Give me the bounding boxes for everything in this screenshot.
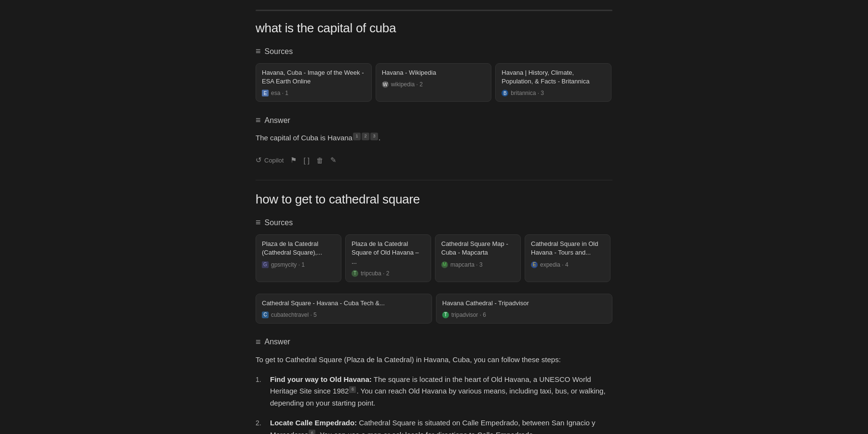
page-container: what is the capital of cuba ≡ Sources Ha… <box>246 0 622 434</box>
sources-2-grid-row1: Plaza de la Catedral (Cathedral Square),… <box>256 234 612 282</box>
list-num-2: 2. <box>256 417 264 434</box>
top-border <box>256 10 612 11</box>
query-1-answer-section: ≡ Answer The capital of Cuba is Havana12… <box>256 115 612 166</box>
answer-1-text-period: . <box>379 134 380 142</box>
source-card-1-1[interactable]: Havana, Cuba - Image of the Week - ESA E… <box>256 63 372 102</box>
source-1-1-site: esa · 1 <box>271 90 288 96</box>
answer-2-list: 1. Find your way to Old Havana: The squa… <box>256 374 612 434</box>
bookmark-button[interactable]: ⚑ <box>290 154 297 166</box>
bracket-button[interactable]: [ ] <box>303 154 310 166</box>
step-2-text2: . You can use a map or ask locals for di… <box>316 431 535 434</box>
source-card-1-2-meta: W wikipedia · 2 <box>382 81 486 88</box>
delete-icon: 🗑 <box>316 156 324 164</box>
source-2-6-site: tripadvisor · 6 <box>451 312 486 318</box>
source-card-2-1-title: Plaza de la Catedral (Cathedral Square),… <box>262 240 335 257</box>
source-card-2-2-meta: T tripcuba · 2 <box>352 270 425 277</box>
sources-1-header: ≡ Sources <box>256 46 612 56</box>
source-card-2-4-title: Cathedral Square in Old Havana - Tours a… <box>531 240 604 257</box>
answer-1-icon: ≡ <box>256 115 261 125</box>
answer-1-text-before: The capital of Cuba is Havana <box>256 134 353 142</box>
source-card-2-1-meta: G gpsmycity · 1 <box>262 261 335 268</box>
favicon-britannica: B <box>502 90 508 96</box>
sources-2-label: Sources <box>265 218 293 227</box>
source-card-1-3-title: Havana | History, Climate, Population, &… <box>502 68 605 86</box>
answer-1-label: Answer <box>265 116 290 125</box>
edit-icon: ✎ <box>330 156 337 164</box>
answer-list-item-1: 1. Find your way to Old Havana: The squa… <box>256 374 612 409</box>
edit-button[interactable]: ✎ <box>330 154 337 166</box>
source-card-1-1-title: Havana, Cuba - Image of the Week - ESA E… <box>262 68 366 86</box>
copilot-label: Copilot <box>264 157 284 164</box>
answer-1-text: The capital of Cuba is Havana123. <box>256 132 612 144</box>
query-2-sources-section: ≡ Sources Plaza de la Catedral (Cathedra… <box>256 217 612 324</box>
delete-button[interactable]: 🗑 <box>316 154 324 166</box>
source-card-1-2-title: Havana - Wikipedia <box>382 68 486 77</box>
favicon-tripcuba: T <box>352 270 358 277</box>
favicon-expedia: E <box>531 261 538 268</box>
sources-2-icon: ≡ <box>256 217 261 228</box>
query-1-title: what is the capital of cuba <box>256 21 612 36</box>
query-1-sources-section: ≡ Sources Havana, Cuba - Image of the We… <box>256 46 612 102</box>
source-card-2-5[interactable]: Cathedral Square - Havana - Cuba Tech &.… <box>256 294 432 324</box>
cite-1[interactable]: 1 <box>353 133 361 140</box>
source-card-1-2[interactable]: Havana - Wikipedia W wikipedia · 2 <box>376 63 492 102</box>
list-content-1: Find your way to Old Havana: The square … <box>270 374 612 409</box>
source-card-2-2-title: Plaza de la Catedral Square of Old Havan… <box>352 240 425 266</box>
favicon-cubatechtravel: C <box>262 312 269 318</box>
source-card-2-5-title: Cathedral Square - Havana - Cuba Tech &.… <box>262 299 426 308</box>
answer-list-item-2: 2. Locate Calle Empedrado: Cathedral Squ… <box>256 417 612 434</box>
source-card-1-3-meta: B britannica · 3 <box>502 90 605 96</box>
source-card-2-1[interactable]: Plaza de la Catedral (Cathedral Square),… <box>256 234 341 282</box>
source-2-3-site: mapcarta · 3 <box>450 261 483 268</box>
list-content-2: Locate Calle Empedrado: Cathedral Square… <box>270 417 612 434</box>
query-2-block: how to get to cathedral square ≡ Sources… <box>256 192 612 434</box>
source-card-2-5-meta: C cubatechtravel · 5 <box>262 312 426 318</box>
source-card-2-4[interactable]: Cathedral Square in Old Havana - Tours a… <box>525 234 610 282</box>
cite-3[interactable]: 3 <box>370 133 378 140</box>
source-card-2-6-meta: T tripadvisor · 6 <box>442 312 606 318</box>
action-bar-1: ↺ Copilot ⚑ [ ] 🗑 ✎ <box>256 152 612 166</box>
source-card-2-4-meta: E expedia · 4 <box>531 261 604 268</box>
answer-2-intro: To get to Cathedral Square (Plaza de la … <box>256 354 612 366</box>
answer-2-header: ≡ Answer <box>256 337 612 347</box>
source-card-1-3[interactable]: Havana | History, Climate, Population, &… <box>495 63 611 102</box>
answer-2-label: Answer <box>265 338 290 346</box>
bracket-icon: [ ] <box>303 156 310 164</box>
source-1-3-site: britannica · 3 <box>511 90 544 96</box>
source-card-2-3[interactable]: Cathedral Square Map - Cuba - Mapcarta M… <box>435 234 521 282</box>
copilot-button[interactable]: ↺ Copilot <box>256 154 284 166</box>
query-2-answer-section: ≡ Answer To get to Cathedral Square (Pla… <box>256 337 612 434</box>
source-card-1-1-meta: E esa · 1 <box>262 90 366 96</box>
source-2-1-site: gpsmycity · 1 <box>271 261 305 268</box>
step-1-bold: Find your way to Old Havana: <box>270 375 372 383</box>
sources-2-header: ≡ Sources <box>256 217 612 228</box>
step-2-bold: Locate Calle Empedrado: <box>270 419 357 427</box>
source-card-2-6[interactable]: Havana Cathedral - Tripadvisor T tripadv… <box>436 294 612 324</box>
divider-1 <box>256 180 612 180</box>
cite-2[interactable]: 2 <box>362 133 369 140</box>
answer-2-icon: ≡ <box>256 337 261 347</box>
copilot-icon: ↺ <box>256 156 262 164</box>
favicon-tripadvisor: T <box>442 312 449 318</box>
favicon-wikipedia: W <box>382 81 389 88</box>
source-card-2-3-meta: M mapcarta · 3 <box>441 261 515 268</box>
source-card-2-3-title: Cathedral Square Map - Cuba - Mapcarta <box>441 240 515 257</box>
step-1-cite[interactable]: 6 <box>349 386 356 393</box>
answer-1-header: ≡ Answer <box>256 115 612 125</box>
bookmark-icon: ⚑ <box>290 156 297 164</box>
query-1-block: what is the capital of cuba ≡ Sources Ha… <box>256 21 612 166</box>
sources-1-grid: Havana, Cuba - Image of the Week - ESA E… <box>256 63 612 102</box>
source-1-2-site: wikipedia · 2 <box>391 81 423 88</box>
query-2-title: how to get to cathedral square <box>256 192 612 207</box>
favicon-esa: E <box>262 90 269 96</box>
list-num-1: 1. <box>256 374 264 409</box>
source-card-2-2[interactable]: Plaza de la Catedral Square of Old Havan… <box>345 234 431 282</box>
source-2-5-site: cubatechtravel · 5 <box>271 312 317 318</box>
step-2-cite[interactable]: 6 <box>309 430 315 434</box>
source-2-2-site: tripcuba · 2 <box>361 270 389 277</box>
source-card-2-6-title: Havana Cathedral - Tripadvisor <box>442 299 606 308</box>
sources-2-grid-row2: Cathedral Square - Havana - Cuba Tech &.… <box>256 294 612 324</box>
favicon-mapcarta: M <box>441 261 448 268</box>
source-2-4-site: expedia · 4 <box>540 261 569 268</box>
sources-1-icon: ≡ <box>256 46 261 56</box>
